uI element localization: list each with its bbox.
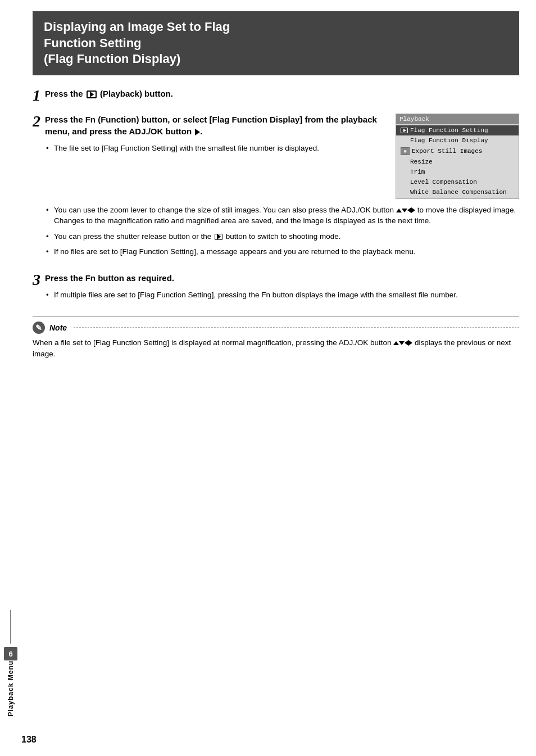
step-2-bullets-extra: You can use the zoom lever to change the… [45, 205, 519, 257]
menu-title-bar: Playback [396, 114, 519, 124]
step-2-title: Press the Fn (Function) button, or selec… [45, 114, 387, 137]
note-text: When a file set to [Flag Function Settin… [33, 337, 519, 360]
note-label: Note [49, 323, 67, 332]
menu-item-resize: Resize [396, 157, 519, 167]
note-arrow-down [399, 341, 405, 345]
note-icon: ✎ [33, 322, 45, 334]
main-content: Displaying an Image Set to Flag Function… [21, 0, 536, 377]
menu-item-label: Trim [410, 169, 425, 175]
note-header: ✎ Note [33, 322, 519, 334]
step-2-text: Press the Fn (Function) button, or selec… [45, 114, 387, 159]
step-2: 2 Press the Fn (Function) button, or sel… [33, 114, 519, 262]
bullet-item: If multiple files are set to [Flag Funct… [45, 289, 519, 301]
menu-item-flag-function-setting: Flag Function Setting [396, 125, 519, 135]
arrow-right-icon [411, 207, 415, 213]
menu-item-label: Level Compensation [410, 179, 477, 185]
step-1-number: 1 [33, 88, 40, 103]
menu-playback-icon [401, 128, 408, 133]
note-arrow-right [408, 340, 412, 346]
note-section: ✎ Note When a file set to [Flag Function… [33, 316, 519, 360]
step-3-bullets: If multiple files are set to [Flag Funct… [45, 289, 519, 301]
bullet-item: The file set to [Flag Function Setting] … [45, 143, 387, 154]
title-block: Displaying an Image Set to Flag Function… [33, 11, 519, 75]
menu-item-label: Flag Function Setting [410, 127, 488, 134]
step-3: 3 Press the Fn button as required. If mu… [33, 272, 519, 305]
sidebar-chapter-label: Playback Menu [7, 660, 15, 717]
step-1-content: Press the (Playback) button. [45, 88, 519, 99]
bullet-item: You can press the shutter release button… [45, 231, 519, 242]
menu-item-flag-display: Flag Function Display [396, 135, 519, 146]
playback-icon-inline [215, 234, 222, 240]
note-arrow-left [405, 340, 408, 346]
menu-item-wb: White Balance Compensation [396, 187, 519, 197]
triangle-right-icon [195, 129, 200, 135]
playback-icon [87, 90, 97, 98]
step-3-number: 3 [33, 272, 40, 288]
step-1-title: Press the (Playback) button. [45, 88, 519, 99]
arrow-up-icon [396, 209, 402, 212]
arrow-icons [396, 207, 415, 213]
step-2-layout: Press the Fn (Function) button, or selec… [45, 114, 519, 199]
menu-item-label: Flag Function Display [410, 137, 488, 144]
menu-item-label: White Balance Compensation [410, 189, 507, 196]
note-arrow-icons [393, 340, 412, 346]
step-2-content: Press the Fn (Function) button, or selec… [45, 114, 519, 262]
menu-thumb-icon: ▣ [401, 147, 410, 155]
step-1: 1 Press the (Playback) button. [33, 88, 519, 103]
page-number: 138 [21, 735, 37, 745]
arrow-left-icon [407, 207, 411, 213]
note-arrow-up [393, 341, 399, 345]
bullet-item: If no files are set to [Flag Function Se… [45, 246, 519, 257]
sidebar-line [10, 610, 11, 644]
step-3-title: Press the Fn button as required. [45, 272, 519, 284]
menu-item-export: ▣ Export Still Images [396, 146, 519, 157]
sidebar: 6 Playback Menu [0, 0, 21, 756]
step-2-bullets: The file set to [Flag Function Setting] … [45, 143, 387, 154]
sidebar-chapter-number: 6 [4, 647, 17, 660]
bullet-item: You can use the zoom lever to change the… [45, 205, 519, 227]
step-3-content: Press the Fn button as required. If mult… [45, 272, 519, 305]
menu-item-label: Export Still Images [412, 148, 482, 155]
page-title: Displaying an Image Set to Flag Function… [44, 19, 508, 67]
menu-item-level: Level Compensation [396, 177, 519, 187]
menu-item-label: Resize [410, 159, 433, 165]
arrow-down-icon [402, 209, 407, 212]
note-dashes [74, 327, 519, 328]
menu-screenshot: Playback Flag Function Setting Flag Func… [396, 114, 519, 199]
menu-item-trim: Trim [396, 167, 519, 177]
step-2-number: 2 [33, 114, 40, 129]
menu-items-list: Flag Function Setting Flag Function Disp… [396, 124, 519, 198]
